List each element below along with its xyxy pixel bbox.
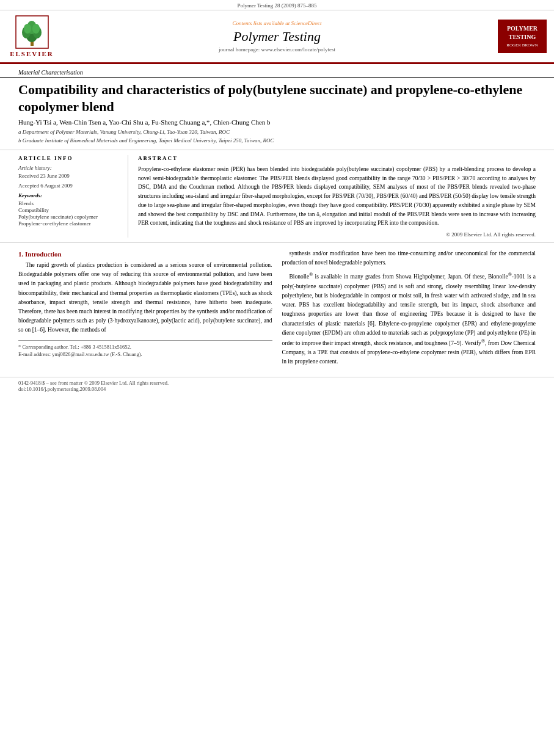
- article-title: Compatibility and characteristics of pol…: [18, 81, 536, 115]
- keywords-label: Keywords:: [18, 192, 120, 198]
- svg-point-6: [32, 24, 40, 34]
- elsevier-tree-icon: [15, 15, 49, 49]
- section-category: Material Characterisation: [0, 64, 554, 78]
- introduction-heading: 1. Introduction: [18, 250, 272, 258]
- journal-center: Contents lists available at ScienceDirec…: [62, 20, 492, 53]
- journal-citation: Polymer Testing 28 (2009) 875–885: [237, 2, 316, 9]
- history-label: Article history:: [18, 165, 120, 171]
- article-affiliations: a Department of Polymer Materials, Vanun…: [18, 128, 536, 145]
- article-info-title: ARTICLE INFO: [18, 155, 120, 161]
- bottom-rights: 0142-9418/$ – see front matter © 2009 El…: [18, 380, 536, 386]
- badge-line2: TESTING: [504, 33, 541, 42]
- article-info-abstract-area: ARTICLE INFO Article history: Received 2…: [0, 150, 554, 243]
- article-title-area: Compatibility and characteristics of pol…: [0, 78, 554, 150]
- intro-paragraph-1: The rapid growth of plastics production …: [18, 261, 272, 335]
- abstract-text: Propylene-co-ethylene elastomer resin (P…: [138, 165, 536, 228]
- main-content: 1. Introduction The rapid growth of plas…: [0, 243, 554, 377]
- right-paragraph-2: Bionolle® is available in many grades fr…: [282, 271, 536, 366]
- bottom-bar: 0142-9418/$ – see front matter © 2009 El…: [0, 377, 554, 394]
- right-column: synthesis and/or modification have been …: [282, 249, 536, 371]
- left-column: 1. Introduction The rapid growth of plas…: [18, 249, 272, 371]
- right-body-text: synthesis and/or modification have been …: [282, 249, 536, 367]
- introduction-body: The rapid growth of plastics production …: [18, 261, 272, 335]
- right-paragraph-1: synthesis and/or modification have been …: [282, 249, 536, 267]
- affiliation-a: a Department of Polymer Materials, Vanun…: [18, 128, 536, 137]
- footnote-area: * Corresponding author. Tel.: +886 3 451…: [18, 340, 272, 359]
- article-info-panel: ARTICLE INFO Article history: Received 2…: [18, 155, 128, 238]
- footnote-corresponding: * Corresponding author. Tel.: +886 3 451…: [18, 343, 272, 351]
- badge-subtitle: ROGER BROWN: [504, 43, 541, 49]
- abstract-copyright: © 2009 Elsevier Ltd. All rights reserved…: [138, 231, 536, 238]
- keyword-per: Propylene-co-ethylene elastomer: [18, 220, 120, 227]
- abstract-panel: ABSTRACT Propylene-co-ethylene elastomer…: [138, 155, 536, 238]
- svg-point-5: [24, 24, 31, 34]
- keyword-blends: Blends: [18, 200, 120, 206]
- footnote-email: E-mail address: ymj0826@mail.vnu.edu.tw …: [18, 351, 272, 358]
- received-date: Received 23 June 2009: [18, 173, 120, 179]
- article-authors: Hung-Yi Tsi a, Wen-Chin Tsen a, Yao-Chi …: [18, 118, 536, 126]
- abstract-title: ABSTRACT: [138, 155, 536, 161]
- journal-homepage: journal homepage: www.elsevier.com/locat…: [62, 46, 492, 53]
- accepted-date: Accepted 6 August 2009: [18, 183, 120, 189]
- bottom-doi: doi:10.1016/j.polymertesting.2009.08.004: [18, 386, 536, 392]
- journal-title-header: Polymer Testing: [62, 29, 492, 45]
- polymer-testing-badge: POLYMER TESTING ROGER BROWN: [498, 20, 547, 54]
- keywords-list: Blends Compatibility Poly(butylene succi…: [18, 200, 120, 227]
- badge-line1: POLYMER: [504, 24, 541, 33]
- keyword-pbs: Poly(butylene succinate) copolymer: [18, 214, 120, 220]
- sciencedirect-link: Contents lists available at ScienceDirec…: [62, 20, 492, 26]
- elsevier-brand: ELSEVIER: [10, 50, 54, 57]
- affiliation-b: b Graduate Institute of Biomedical Mater…: [18, 137, 536, 145]
- keyword-compatibility: Compatibility: [18, 207, 120, 213]
- top-bar: Polymer Testing 28 (2009) 875–885: [0, 0, 554, 10]
- journal-header: ELSEVIER Contents lists available at Sci…: [0, 10, 554, 64]
- elsevier-logo: ELSEVIER: [7, 15, 56, 57]
